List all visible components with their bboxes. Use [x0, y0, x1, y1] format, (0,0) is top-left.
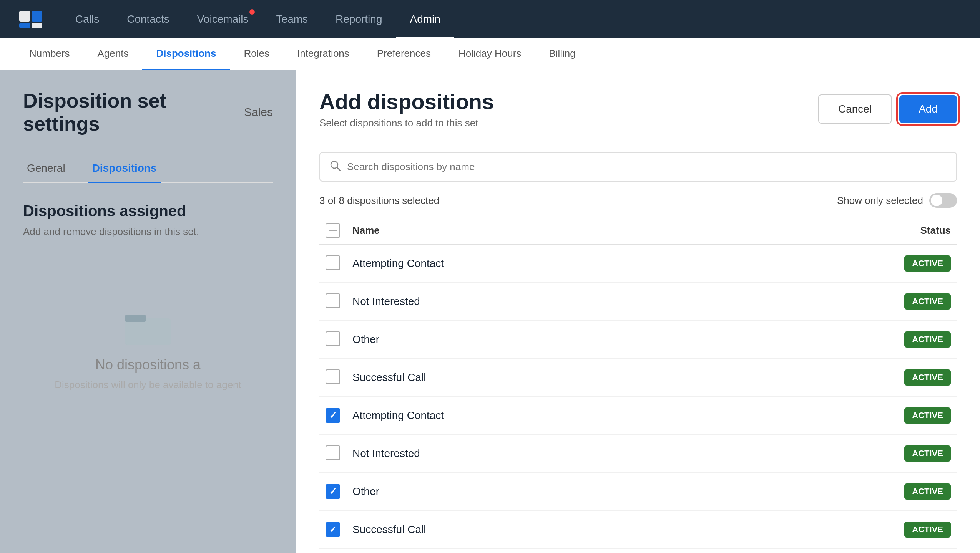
modal-subtitle: Select dispositions to add to this set	[319, 117, 494, 129]
status-badge: ACTIVE	[904, 293, 951, 310]
table-row: Not InterestedACTIVE	[319, 435, 957, 473]
row-checkbox-cell	[319, 283, 346, 321]
disposition-table: Name Status Attempting ContactACTIVENot …	[319, 217, 957, 549]
table-row: Not InterestedACTIVE	[319, 283, 957, 321]
row-status: ACTIVE	[736, 244, 957, 283]
row-checkbox[interactable]	[326, 369, 340, 384]
sub-nav-roles[interactable]: Roles	[230, 38, 283, 70]
status-badge: ACTIVE	[904, 483, 951, 500]
row-checkbox-cell	[319, 359, 346, 397]
modal-title-area: Add dispositions Select dispositions to …	[319, 89, 494, 129]
tab-dispositions[interactable]: Dispositions	[88, 154, 161, 183]
row-checkbox[interactable]	[326, 331, 340, 346]
tab-general[interactable]: General	[23, 154, 69, 183]
nav-item-contacts[interactable]: Contacts	[113, 0, 183, 38]
header-name: Name	[346, 217, 736, 244]
modal-actions: Cancel Add	[818, 94, 957, 124]
row-checkbox-cell	[319, 473, 346, 511]
show-only-selected-label: Show only selected	[837, 195, 923, 207]
row-checkbox[interactable]	[326, 522, 340, 537]
empty-state: No dispositions a Dispositions will only…	[23, 268, 273, 391]
row-status: ACTIVE	[736, 435, 957, 473]
add-button[interactable]: Add	[899, 95, 957, 123]
sub-nav-holiday-hours[interactable]: Holiday Hours	[445, 38, 535, 70]
row-status: ACTIVE	[736, 511, 957, 549]
nav-item-voicemails[interactable]: Voicemails	[183, 0, 262, 38]
status-badge: ACTIVE	[904, 369, 951, 386]
section-title: Dispositions assigned	[23, 202, 273, 220]
table-row: OtherACTIVE	[319, 473, 957, 511]
row-status: ACTIVE	[736, 397, 957, 435]
row-status: ACTIVE	[736, 359, 957, 397]
row-status: ACTIVE	[736, 321, 957, 359]
svg-rect-2	[19, 23, 30, 28]
row-name: Successful Call	[346, 359, 736, 397]
row-checkbox-cell	[319, 321, 346, 359]
table-header-row: Name Status	[319, 217, 957, 244]
row-checkbox[interactable]	[326, 293, 340, 308]
logo[interactable]	[15, 8, 46, 31]
nav-item-admin[interactable]: Admin	[396, 0, 454, 38]
page-title: Disposition set settings	[23, 89, 235, 135]
search-icon	[329, 160, 341, 174]
svg-rect-1	[32, 11, 42, 22]
status-badge: ACTIVE	[904, 255, 951, 272]
nav-item-reporting[interactable]: Reporting	[322, 0, 396, 38]
row-checkbox-cell	[319, 511, 346, 549]
table-row: Attempting ContactACTIVE	[319, 244, 957, 283]
filter-count: 3 of 8 dispositions selected	[319, 195, 439, 207]
sub-nav: Numbers Agents Dispositions Roles Integr…	[0, 38, 980, 70]
folder-icon	[125, 307, 171, 345]
row-checkbox-cell	[319, 244, 346, 283]
search-bar	[319, 152, 957, 182]
status-badge: ACTIVE	[904, 407, 951, 424]
table-row: Attempting ContactACTIVE	[319, 397, 957, 435]
main-area: Disposition set settings Sales General D…	[0, 70, 980, 553]
empty-title: No dispositions a	[95, 357, 201, 373]
row-checkbox-cell	[319, 397, 346, 435]
status-badge: ACTIVE	[904, 331, 951, 348]
table-row: Successful CallACTIVE	[319, 359, 957, 397]
nav-item-calls[interactable]: Calls	[61, 0, 113, 38]
section-desc: Add and remove dispositions in this set.	[23, 226, 273, 238]
voicemail-notification-dot	[249, 9, 255, 15]
tabs-row: General Dispositions	[23, 154, 273, 183]
header-checkbox[interactable]	[326, 223, 340, 238]
svg-rect-4	[125, 318, 171, 345]
top-nav: Calls Contacts Voicemails Teams Reportin…	[0, 0, 980, 38]
page-subtitle: Sales	[244, 106, 273, 119]
search-input[interactable]	[347, 161, 947, 173]
show-only-selected-toggle[interactable]	[929, 193, 957, 208]
nav-item-teams[interactable]: Teams	[262, 0, 322, 38]
row-name: Not Interested	[346, 435, 736, 473]
row-checkbox[interactable]	[326, 484, 340, 499]
filter-row: 3 of 8 dispositions selected Show only s…	[319, 193, 957, 208]
row-name: Attempting Contact	[346, 397, 736, 435]
row-status: ACTIVE	[736, 283, 957, 321]
svg-rect-5	[125, 315, 146, 322]
row-checkbox[interactable]	[326, 408, 340, 423]
row-checkbox[interactable]	[326, 255, 340, 270]
cancel-button[interactable]: Cancel	[818, 94, 892, 124]
sub-nav-agents[interactable]: Agents	[83, 38, 142, 70]
row-checkbox[interactable]	[326, 445, 340, 460]
header-checkbox-cell	[319, 217, 346, 244]
sub-nav-numbers[interactable]: Numbers	[15, 38, 83, 70]
svg-line-7	[337, 167, 340, 171]
filter-toggle: Show only selected	[837, 193, 957, 208]
row-name: Attempting Contact	[346, 244, 736, 283]
svg-rect-3	[32, 23, 42, 28]
row-name: Other	[346, 321, 736, 359]
status-badge: ACTIVE	[904, 445, 951, 462]
status-badge: ACTIVE	[904, 522, 951, 538]
row-name: Not Interested	[346, 283, 736, 321]
page-title-row: Disposition set settings Sales	[23, 89, 273, 135]
toggle-knob	[931, 195, 942, 206]
sub-nav-integrations[interactable]: Integrations	[283, 38, 363, 70]
add-dispositions-panel: Add dispositions Select dispositions to …	[296, 70, 980, 553]
sub-nav-dispositions[interactable]: Dispositions	[142, 38, 230, 70]
sub-nav-billing[interactable]: Billing	[535, 38, 589, 70]
sub-nav-preferences[interactable]: Preferences	[363, 38, 445, 70]
empty-desc: Dispositions will only be available to a…	[55, 379, 241, 391]
left-panel: Disposition set settings Sales General D…	[0, 70, 296, 553]
